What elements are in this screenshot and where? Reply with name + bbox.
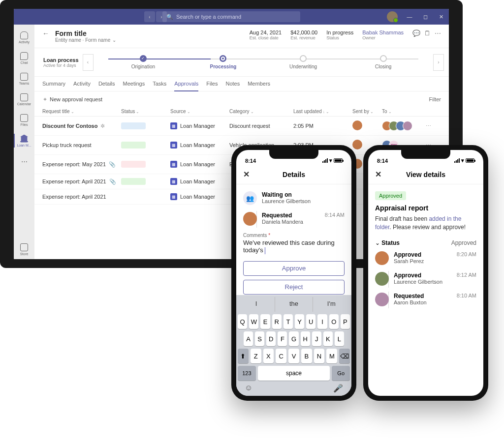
tab-strip: Summary Activity Details Meetings Tasks … [34, 77, 449, 91]
phone-title: View details [406, 171, 445, 178]
avatar [352, 120, 362, 130]
tab-activity[interactable]: Activity [73, 77, 91, 91]
source-app-icon: ▦ [170, 178, 177, 185]
filter-button[interactable]: Filter [429, 96, 441, 102]
attachment-icon: 📎 [109, 161, 116, 168]
status-item: ApprovedSarah Perez8:20 AM [375, 251, 476, 265]
window-minimize[interactable]: — [402, 9, 417, 25]
chat-icon[interactable]: 💬 [412, 30, 420, 37]
suggestion[interactable]: I'm [313, 297, 350, 312]
nav-forward[interactable]: › [156, 11, 167, 22]
app-sidebar: Activity Chat Teams Calendar Files Loan … [14, 25, 34, 259]
requested-row: Requested Daniela Mandera 8:14 AM [243, 212, 345, 226]
step-processing[interactable]: Processing [183, 55, 263, 69]
sidebar-item-files[interactable]: Files [14, 110, 34, 130]
status-section-header[interactable]: Status Approved [375, 239, 476, 246]
back-button[interactable]: ← [42, 30, 49, 37]
process-label: Loan process Active for 4 days [39, 57, 83, 68]
status-item: ApprovedLaurence Gilbertson8:12 AM [375, 272, 476, 286]
note-icon[interactable]: 🗒 [424, 30, 431, 37]
sidebar-more[interactable]: ⋯ [14, 151, 34, 171]
bank-icon [20, 135, 28, 143]
plus-icon: ＋ [42, 95, 48, 103]
reject-button[interactable]: Reject [243, 280, 345, 295]
stepper-next[interactable]: › [433, 54, 444, 71]
window-controls: — ◻ ✕ [387, 9, 449, 25]
stepper-track: Origination Processing Underwriting Clos… [94, 51, 433, 73]
overflow-icon[interactable]: ⋯ [435, 30, 441, 37]
step-closing[interactable]: Closing [343, 55, 423, 69]
source-app-icon: ▦ [170, 142, 177, 148]
suggestion[interactable]: the [275, 297, 313, 312]
report-title: Appraisal report [375, 204, 476, 212]
status-pill [121, 142, 146, 148]
phone-header: ✕ Details [236, 165, 351, 184]
sidebar-item-store[interactable]: Store [14, 239, 34, 259]
sidebar-item-chat[interactable]: Chat [14, 48, 34, 68]
tab-details[interactable]: Details [98, 77, 115, 91]
col-category[interactable]: Category⌄ [229, 109, 293, 114]
shift-key: ⬆ [238, 349, 249, 363]
tab-notes[interactable]: Notes [225, 77, 240, 91]
close-button[interactable]: ✕ [375, 170, 381, 179]
avatar [243, 212, 257, 226]
tab-tasks[interactable]: Tasks [153, 77, 166, 91]
new-approval-button[interactable]: ＋New approval request [42, 95, 102, 103]
search-box[interactable]: 🔍 Search or type a command [162, 11, 300, 22]
emoji-icon[interactable]: ☺ [245, 384, 252, 393]
mic-icon[interactable]: 🎤 [333, 384, 343, 393]
sidebar-item-calendar[interactable]: Calendar [14, 89, 34, 109]
table-row[interactable]: Discount for Contoso ✲▦Loan ManagerDisco… [34, 117, 449, 136]
nav-back[interactable]: ‹ [144, 11, 155, 22]
comments-input[interactable]: We've reviewed this case during today's [243, 239, 345, 257]
sidebar-item-activity[interactable]: Activity [14, 28, 34, 47]
col-sent[interactable]: Sent by⌄ [352, 109, 382, 114]
tab-meetings[interactable]: Meetings [123, 77, 145, 91]
battery-icon [334, 158, 343, 163]
keyboard[interactable]: I the I'm QWERTYUIOP ASDFGHJKL ⬆ZXCVBNM⌫… [236, 295, 351, 396]
backspace-key: ⌫ [339, 349, 350, 363]
close-button[interactable]: ✕ [243, 170, 250, 179]
col-updated[interactable]: Last updated↓ ⌄ [293, 109, 352, 114]
chat-icon [20, 52, 28, 60]
wifi-icon: ▾ [461, 157, 464, 164]
tab-summary[interactable]: Summary [42, 77, 65, 91]
store-icon [20, 243, 28, 251]
report-description: Final draft has been added in the folder… [375, 215, 476, 232]
avatar [375, 293, 389, 306]
avatar [375, 251, 389, 265]
calendar-icon [20, 93, 28, 101]
sidebar-item-teams[interactable]: Teams [14, 69, 34, 89]
step-origination[interactable]: Origination [103, 55, 184, 69]
row-overflow[interactable]: ⋯ [426, 123, 432, 129]
comments-label: Comments * [243, 233, 345, 238]
title-block: Form title Entity name · Form name⌄ [55, 30, 116, 43]
tab-members[interactable]: Members [248, 77, 270, 91]
tab-files[interactable]: Files [206, 77, 218, 91]
search-icon: 🔍 [166, 14, 173, 20]
profile-avatar[interactable] [387, 11, 398, 22]
attachment-icon: 📎 [109, 178, 116, 185]
step-underwriting[interactable]: Underwriting [263, 55, 344, 69]
people-icon: 👥 [243, 191, 257, 205]
app-titlebar: ‹ › 🔍 Search or type a command — ◻ ✕ [14, 9, 449, 25]
col-title[interactable]: Request title⌄ [42, 109, 121, 114]
col-source[interactable]: Source⌄ [170, 109, 229, 114]
page-header: ← Form title Entity name · Form name⌄ Au… [34, 25, 449, 48]
tab-approvals[interactable]: Approvals [174, 77, 198, 91]
window-maximize[interactable]: ◻ [417, 9, 433, 25]
window-close[interactable]: ✕ [433, 9, 449, 25]
approve-button[interactable]: Approve [243, 261, 345, 276]
battery-icon [466, 158, 474, 163]
wifi-icon: ▾ [329, 157, 332, 164]
suggestion[interactable]: I [238, 297, 275, 312]
phone-title: Details [283, 171, 305, 178]
col-to[interactable]: To⌄ [382, 109, 421, 114]
breadcrumb[interactable]: Entity name · Form name⌄ [55, 37, 116, 43]
stepper-prev[interactable]: ‹ [83, 54, 94, 71]
col-status[interactable]: Status⌄ [121, 109, 170, 114]
sidebar-item-loan[interactable]: Loan M... [14, 131, 34, 150]
avatar [375, 272, 389, 286]
phone-header: ✕ View details [368, 165, 483, 184]
status-badge: Approved [375, 191, 406, 200]
